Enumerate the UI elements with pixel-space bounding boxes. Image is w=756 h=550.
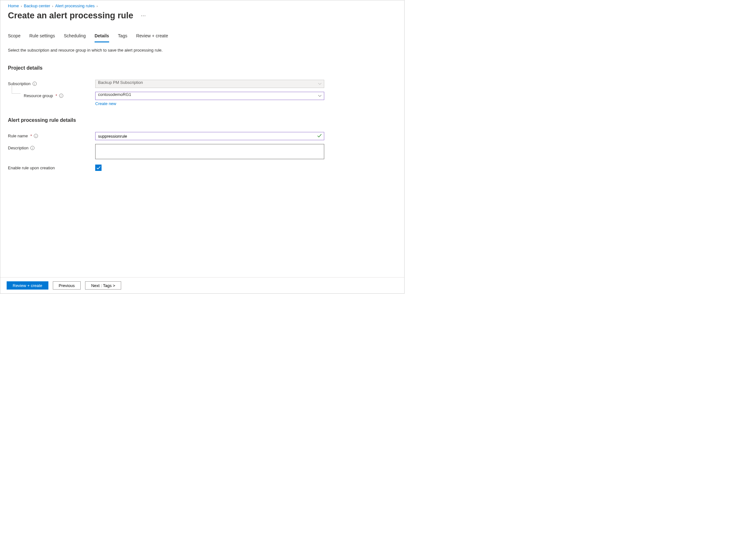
chevron-right-icon: › — [21, 4, 22, 8]
create-new-link[interactable]: Create new — [95, 101, 116, 106]
review-create-button[interactable]: Review + create — [7, 281, 48, 290]
info-icon[interactable]: i — [59, 94, 63, 98]
tab-details[interactable]: Details — [95, 33, 109, 42]
section-heading-rule-details: Alert processing rule details — [8, 117, 397, 123]
description-input[interactable] — [95, 144, 324, 159]
chevron-right-icon: › — [52, 4, 53, 8]
resource-group-select[interactable]: contosodemoRG1 — [95, 92, 324, 100]
required-indicator: * — [56, 93, 57, 98]
tab-scope[interactable]: Scope — [8, 33, 21, 42]
info-icon[interactable]: i — [30, 146, 34, 150]
tab-review-create[interactable]: Review + create — [136, 33, 168, 42]
rule-name-input[interactable] — [95, 132, 324, 140]
more-icon[interactable]: ⋯ — [141, 13, 146, 19]
breadcrumb: Home › Backup center › Alert processing … — [8, 3, 397, 8]
tree-connector-icon — [12, 85, 21, 94]
enable-rule-checkbox[interactable] — [95, 164, 102, 171]
resource-group-label: Resource group — [24, 93, 53, 98]
required-indicator: * — [30, 133, 32, 138]
tab-scheduling[interactable]: Scheduling — [64, 33, 86, 42]
footer: Review + create Previous Next : Tags > — [0, 277, 404, 294]
breadcrumb-home[interactable]: Home — [8, 3, 19, 8]
page-title: Create an alert processing rule — [8, 11, 133, 21]
description-label: Description — [8, 145, 28, 150]
enable-rule-label: Enable rule upon creation — [8, 165, 55, 170]
section-heading-project-details: Project details — [8, 65, 397, 71]
info-icon[interactable]: i — [33, 82, 37, 86]
rule-name-label: Rule name — [8, 133, 28, 138]
subscription-select: Backup PM Subscription — [95, 80, 324, 88]
next-tags-button[interactable]: Next : Tags > — [85, 281, 121, 290]
tab-description: Select the subscription and resource gro… — [8, 48, 397, 52]
previous-button[interactable]: Previous — [53, 281, 81, 290]
breadcrumb-alert-processing-rules[interactable]: Alert processing rules — [55, 3, 95, 8]
check-icon — [317, 133, 322, 139]
tab-rule-settings[interactable]: Rule settings — [29, 33, 55, 42]
info-icon[interactable]: i — [34, 134, 38, 138]
tabs: Scope Rule settings Scheduling Details T… — [8, 33, 397, 43]
chevron-right-icon: › — [96, 4, 98, 8]
tab-tags[interactable]: Tags — [118, 33, 127, 42]
breadcrumb-backup-center[interactable]: Backup center — [24, 3, 50, 8]
